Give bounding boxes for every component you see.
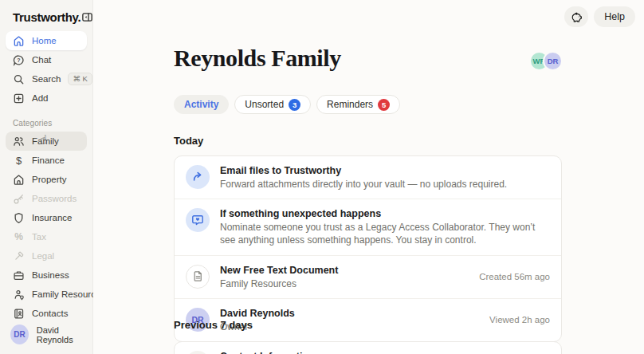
sidebar-item-business[interactable]: Business — [6, 266, 87, 285]
chat-icon: ? — [13, 54, 25, 66]
list-item-text: If something unexpected happens Nominate… — [220, 207, 550, 246]
people-icon — [13, 136, 25, 148]
sidebar-item-family-resources[interactable]: Family Resources — [6, 285, 87, 304]
list-item-description: Nominate someone you trust as a Legacy A… — [220, 221, 550, 246]
list-item-text: Email files to Trustworthy Forward attac… — [220, 164, 507, 191]
key-icon — [13, 193, 25, 205]
tab-activity[interactable]: Activity — [174, 95, 229, 114]
list-item-title: New Free Text Document — [220, 265, 338, 276]
list-item-text: Contact Information — [220, 350, 315, 354]
tab-label: Reminders — [327, 99, 373, 110]
sidebar-item-label: Property — [32, 175, 66, 184]
tab-unsorted[interactable]: Unsorted 3 — [234, 95, 311, 114]
house-icon — [13, 174, 25, 186]
sidebar-item-label: Search — [32, 74, 61, 84]
sidebar-item-add[interactable]: Add — [6, 88, 87, 108]
percent-icon: % — [13, 231, 25, 243]
shield-icon — [13, 212, 25, 224]
document-icon — [186, 265, 210, 289]
activity-tabs: Activity Unsorted 3 Reminders 5 — [174, 95, 400, 114]
svg-text:?: ? — [17, 57, 20, 62]
tab-label: Unsorted — [245, 99, 284, 110]
contact-icon — [186, 351, 210, 354]
sidebar-item-insurance[interactable]: Insurance — [6, 208, 87, 227]
sidebar-item-legal: Legal — [6, 246, 87, 266]
list-item-legacy-access[interactable]: If something unexpected happens Nominate… — [175, 199, 561, 254]
reminders-count-badge: 5 — [378, 99, 390, 111]
dollar-icon: $ — [13, 155, 25, 167]
list-item-title: If something unexpected happens — [220, 208, 550, 219]
list-item-contact-information[interactable]: Contact Information — [175, 342, 561, 354]
chat-heart-icon — [186, 208, 210, 232]
search-shortcut-badge: ⌘ K — [68, 73, 92, 85]
person-pin-icon — [13, 289, 25, 301]
sidebar-header: Trustworthy. — [0, 0, 92, 31]
list-item-description: Family Resources — [220, 277, 338, 290]
sidebar-item-search[interactable]: Search ⌘ K — [6, 69, 87, 88]
list-item-text: New Free Text Document Family Resources — [220, 264, 338, 290]
user-account[interactable]: DR David Reynolds — [10, 324, 92, 344]
rewards-button[interactable] — [564, 6, 588, 27]
sidebar-item-label: Passwords — [32, 194, 77, 203]
forward-arrow-icon — [186, 165, 210, 189]
sidebar-item-label: Legal — [32, 251, 54, 261]
gavel-icon — [13, 250, 25, 262]
sidebar: Trustworthy. Home ? Chat — [0, 0, 93, 354]
categories-label: Categories — [13, 119, 92, 128]
tab-reminders[interactable]: Reminders 5 — [316, 95, 400, 114]
list-item-new-document[interactable]: New Free Text Document Family Resources … — [175, 255, 561, 298]
sidebar-item-label: Finance — [32, 155, 65, 165]
list-item-title: Email files to Trustworthy — [220, 165, 507, 176]
sidebar-item-tax: % Tax — [6, 227, 87, 246]
plus-square-icon — [13, 92, 25, 104]
sidebar-nav: Home ? Chat Search ⌘ K — [0, 31, 92, 108]
briefcase-icon — [13, 269, 25, 281]
list-item-timestamp: Created 56m ago — [479, 272, 550, 281]
sidebar-item-label: Insurance — [32, 213, 73, 222]
sidebar-item-label: Home — [32, 36, 57, 45]
search-icon — [13, 73, 25, 85]
sidebar-categories: Family $ Finance Property Passwords — [0, 132, 92, 323]
sidebar-item-property[interactable]: Property — [6, 170, 87, 189]
help-button[interactable]: Help — [594, 6, 635, 27]
sidebar-item-label: Tax — [32, 232, 46, 242]
sidebar-item-label: Add — [32, 93, 48, 103]
section-heading-today: Today — [174, 135, 203, 147]
activity-card-today: Email files to Trustworthy Forward attac… — [174, 155, 562, 342]
sidebar-item-family[interactable]: Family — [6, 132, 87, 151]
list-item-description: Forward attachments directly into your v… — [220, 178, 507, 191]
sidebar-item-finance[interactable]: $ Finance — [6, 151, 87, 170]
sidebar-item-passwords: Passwords — [6, 189, 87, 208]
main-content: Help Reynolds Family WR DR Activity Unso… — [93, 0, 644, 354]
sidebar-item-label: Business — [32, 270, 69, 280]
list-item-title: David Reynolds — [220, 308, 295, 319]
contact-book-icon — [13, 308, 25, 320]
sidebar-item-label: Family — [32, 136, 59, 146]
section-heading-previous: Previous 7 days — [174, 319, 253, 331]
app-logo[interactable]: Trustworthy. — [13, 10, 80, 24]
avatar: DR — [10, 324, 29, 344]
sidebar-item-chat[interactable]: ? Chat — [6, 50, 87, 69]
piggy-bank-icon — [570, 10, 583, 24]
sidebar-item-home[interactable]: Home — [6, 31, 87, 50]
member-avatars: WR DR — [531, 53, 561, 69]
tab-label: Activity — [184, 99, 218, 110]
sidebar-item-contacts[interactable]: Contacts — [6, 304, 87, 323]
topbar-actions: Help — [564, 6, 635, 27]
activity-card-previous: Contact Information — [174, 341, 562, 354]
collapse-sidebar-icon[interactable] — [80, 10, 94, 24]
unsorted-count-badge: 3 — [289, 99, 300, 111]
sidebar-item-label: Chat — [32, 55, 51, 65]
sidebar-item-label: Contacts — [32, 309, 68, 318]
page-title: Reynolds Family — [174, 45, 341, 72]
home-icon — [13, 35, 25, 47]
list-item-timestamp: Viewed 2h ago — [489, 315, 550, 324]
list-item-email-files[interactable]: Email files to Trustworthy Forward attac… — [175, 156, 561, 199]
user-name: David Reynolds — [37, 325, 92, 344]
avatar[interactable]: DR — [544, 53, 561, 69]
list-item-title: Contact Information — [220, 351, 315, 354]
